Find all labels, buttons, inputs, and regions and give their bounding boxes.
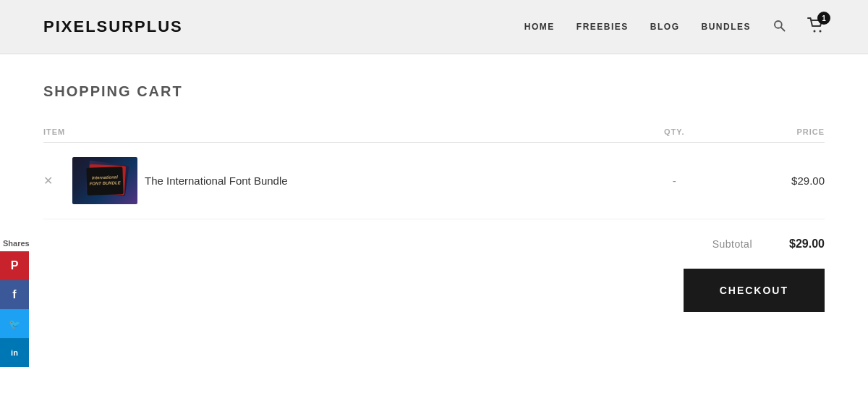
table-row: ✕ InternationalFONT BUNDLE The Internati… [43, 143, 825, 219]
pinterest-icon: P [11, 259, 19, 272]
nav-freebies[interactable]: FREEBIES [576, 22, 629, 32]
facebook-icon: f [12, 288, 16, 301]
checkout-button[interactable]: CHECKOUT [684, 269, 825, 312]
checkout-wrap: CHECKOUT [43, 269, 825, 312]
header: PIXELSURPLUS HOME FREEBIES BLOG BUNDLES … [0, 0, 868, 54]
linkedin-button[interactable]: in [0, 338, 29, 367]
col-item-header: ITEM [43, 122, 145, 143]
product-image: InternationalFONT BUNDLE [72, 157, 137, 204]
product-price: $29.00 [710, 143, 825, 219]
nav-blog[interactable]: BLOG [650, 22, 680, 32]
subtotal-label: Subtotal [712, 238, 752, 250]
cart-icon[interactable]: 1 [807, 17, 825, 36]
twitter-button[interactable]: 🐦 [0, 309, 29, 338]
cart-badge: 1 [817, 12, 830, 25]
col-item-header2 [145, 122, 639, 143]
col-price-header: PRICE [710, 122, 825, 143]
pinterest-button[interactable]: P [0, 251, 29, 280]
site-logo[interactable]: PIXELSURPLUS [43, 17, 183, 36]
nav-bundles[interactable]: BUNDLES [701, 22, 751, 32]
main-nav: HOME FREEBIES BLOG BUNDLES 1 [524, 17, 825, 36]
shares-label: Shares [0, 239, 30, 248]
subtotal-value: $29.00 [767, 238, 825, 251]
svg-line-1 [781, 28, 785, 31]
linkedin-icon: in [11, 348, 18, 357]
twitter-icon: 🐦 [9, 319, 20, 329]
product-qty: - [639, 143, 710, 219]
col-qty-header: QTY. [639, 122, 710, 143]
subtotal-row: Subtotal $29.00 [43, 219, 825, 261]
product-image-cell: InternationalFONT BUNDLE [72, 143, 145, 219]
svg-point-3 [820, 30, 822, 33]
remove-button[interactable]: ✕ [43, 143, 72, 219]
cart-table: ITEM QTY. PRICE ✕ InternationalFONT BUND… [43, 122, 825, 219]
social-sidebar: Shares P f 🐦 in [0, 239, 30, 367]
svg-point-2 [814, 30, 816, 33]
nav-home[interactable]: HOME [524, 22, 555, 32]
product-name: The International Font Bundle [145, 143, 639, 219]
search-icon[interactable] [773, 19, 786, 35]
facebook-button[interactable]: f [0, 280, 29, 309]
page-title: SHOPPING CART [43, 83, 825, 100]
main-content: SHOPPING CART ITEM QTY. PRICE ✕ [0, 54, 868, 399]
